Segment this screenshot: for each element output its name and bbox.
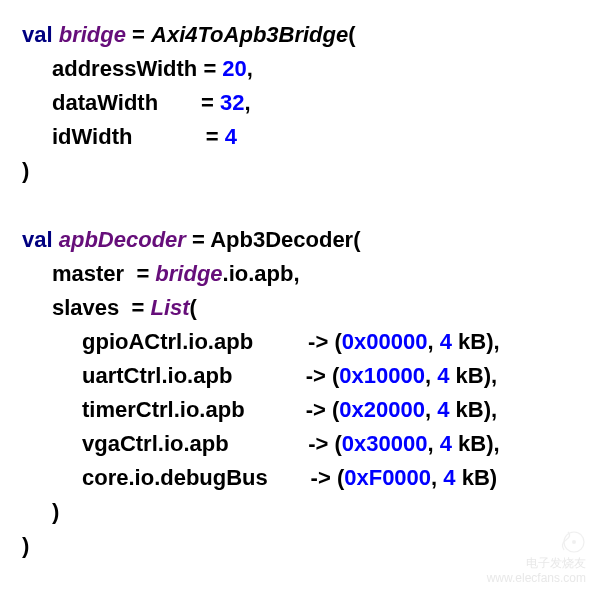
val-20: 20: [222, 56, 246, 81]
code-blank: [22, 188, 578, 222]
kw-val-2: val: [22, 227, 53, 252]
size-val: 4: [437, 363, 449, 388]
eq: =: [126, 22, 151, 47]
param-idWidth: idWidth: [52, 124, 132, 149]
slave-path: timerCtrl.io.apb: [82, 397, 245, 422]
code-line-7: master = bridge.io.apb,: [22, 257, 578, 291]
hex-literal: 0x10000: [339, 363, 425, 388]
size-val: 4: [440, 329, 452, 354]
slave-path: uartCtrl.io.apb: [82, 363, 232, 388]
code-line-close-inner: ): [22, 495, 578, 529]
hex-literal: 0x30000: [342, 431, 428, 456]
slave-path: core.io.debugBus: [82, 465, 268, 490]
slave-row-0: gpioACtrl.io.apb -> (0x00000, 4 kB),: [22, 325, 578, 359]
code-line-2: addressWidth = 20,: [22, 52, 578, 86]
slave-row-2: timerCtrl.io.apb -> (0x20000, 4 kB),: [22, 393, 578, 427]
param-addressWidth: addressWidth: [52, 56, 197, 81]
hex-literal: 0x00000: [342, 329, 428, 354]
type-bridge: Axi4ToApb3Bridge: [151, 22, 348, 47]
size-val: 4: [443, 465, 455, 490]
code-line-5: ): [22, 154, 578, 188]
size-val: 4: [437, 397, 449, 422]
call-list: List: [150, 295, 189, 320]
type-decoder: Apb3Decoder: [210, 227, 353, 252]
arrow-icon: -> (: [308, 329, 342, 354]
var-apbdecoder: apbDecoder: [59, 227, 186, 252]
hex-literal: 0xF0000: [344, 465, 431, 490]
code-line-3: dataWidth = 32,: [22, 86, 578, 120]
arrow-icon: -> (: [308, 431, 342, 456]
arrow-icon: -> (: [306, 397, 340, 422]
watermark-url: www.elecfans.com: [487, 571, 586, 585]
param-slaves: slaves =: [52, 295, 150, 320]
master-chain: .io.apb,: [223, 261, 300, 286]
var-bridge: bridge: [59, 22, 126, 47]
slave-row-4: core.io.debugBus -> (0xF0000, 4 kB): [22, 461, 578, 495]
code-line-4: idWidth = 4: [22, 120, 578, 154]
slave-path: gpioACtrl.io.apb: [82, 329, 253, 354]
code-line-1: val bridge = Axi4ToApb3Bridge(: [22, 18, 578, 52]
code-line-6: val apbDecoder = Apb3Decoder(: [22, 223, 578, 257]
ref-bridge: bridge: [155, 261, 222, 286]
val-32: 32: [220, 90, 244, 115]
open-paren: (: [348, 22, 355, 47]
arrow-icon: -> (: [311, 465, 345, 490]
slave-row-1: uartCtrl.io.apb -> (0x10000, 4 kB),: [22, 359, 578, 393]
kw-val: val: [22, 22, 53, 47]
code-line-8: slaves = List(: [22, 291, 578, 325]
slave-path: vgaCtrl.io.apb: [82, 431, 229, 456]
hex-literal: 0x20000: [339, 397, 425, 422]
close-paren: ): [22, 158, 29, 183]
param-dataWidth: dataWidth: [52, 90, 158, 115]
size-val: 4: [440, 431, 452, 456]
code-line-close-outer: ): [22, 529, 578, 563]
arrow-icon: -> (: [306, 363, 340, 388]
param-master: master =: [52, 261, 155, 286]
slave-row-3: vgaCtrl.io.apb -> (0x30000, 4 kB),: [22, 427, 578, 461]
val-4: 4: [225, 124, 237, 149]
